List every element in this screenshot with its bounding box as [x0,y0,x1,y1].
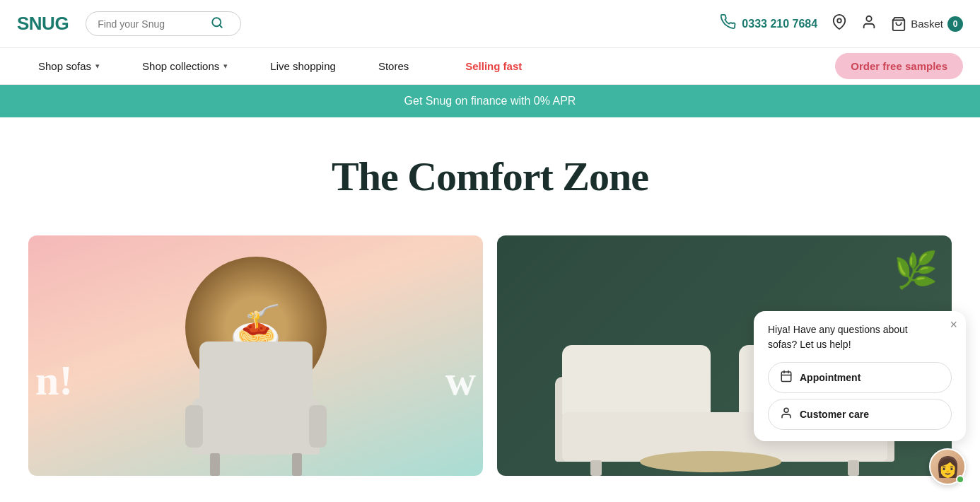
chair-image [178,349,334,476]
nav-item-selling-fast[interactable]: Selling fast [444,48,543,84]
chat-online-dot [956,475,964,484]
nav-item-shop-sofas[interactable]: Shop sofas ▾ [17,48,121,84]
chat-bubble: × Hiya! Have any questions about sofas? … [754,311,966,441]
chat-avatar-wrap: 👩 [929,448,966,485]
chat-appointment-button[interactable]: Appointment [768,362,952,393]
svg-point-9 [784,408,788,412]
nav-item-stores[interactable]: Stores [357,48,430,84]
phone-number: 0333 210 7684 [742,18,817,30]
plant-image: 🌿 [894,250,938,291]
search-button[interactable] [211,16,223,31]
main-nav: Shop sofas ▾ Shop collections ▾ Live sho… [0,48,980,85]
user-icon[interactable] [861,14,877,34]
svg-rect-5 [781,372,791,382]
card-text-n: n! [35,356,73,405]
nav-item-shop-collections[interactable]: Shop collections ▾ [121,48,249,84]
phone-section[interactable]: 0333 210 7684 [721,14,817,33]
card-left[interactable]: 🍝 n! w [28,235,483,476]
svg-point-2 [837,18,841,23]
nav-item-live-shopping[interactable]: Live shopping [249,48,357,84]
phone-icon [721,14,736,33]
search-bar [86,11,241,36]
basket-count: 0 [947,16,963,32]
location-icon[interactable] [832,14,847,34]
chat-close-button[interactable]: × [950,318,957,331]
chevron-down-icon: ▾ [223,62,228,71]
svg-point-3 [866,16,871,21]
chat-customer-care-button[interactable]: Customer care [768,399,952,430]
basket-button[interactable]: Basket 0 [891,16,963,32]
person-icon [780,407,793,422]
promo-banner[interactable]: Get Snug on finance with 0% APR [0,85,980,117]
hero-title: The Comfort Zone [17,153,963,200]
basket-label: Basket [911,18,943,30]
header: SNUG 0333 210 7684 [0,0,980,48]
chat-message: Hiya! Have any questions about sofas? Le… [768,322,952,352]
order-samples-button[interactable]: Order free samples [835,53,963,79]
hero-section: The Comfort Zone [0,117,980,221]
logo[interactable]: SNUG [17,13,69,35]
search-input[interactable] [98,18,211,30]
calendar-icon [780,370,793,385]
header-right: 0333 210 7684 Basket 0 [721,14,963,34]
chat-widget: × Hiya! Have any questions about sofas? … [754,311,966,488]
chevron-down-icon: ▾ [95,62,100,71]
card-text-w: w [445,356,476,405]
svg-line-1 [220,25,222,27]
